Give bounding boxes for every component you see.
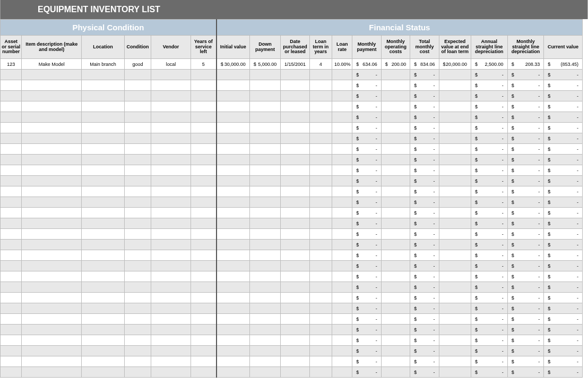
empty-cell[interactable]	[309, 240, 332, 250]
money-cell[interactable]: $-	[352, 367, 381, 378]
empty-cell[interactable]	[249, 356, 280, 367]
empty-cell[interactable]	[82, 346, 125, 356]
empty-cell[interactable]	[332, 155, 352, 165]
empty-cell[interactable]	[381, 250, 410, 261]
empty-cell[interactable]	[381, 144, 410, 155]
empty-cell[interactable]	[249, 123, 280, 133]
empty-cell[interactable]	[309, 176, 332, 186]
money-cell[interactable]: $-	[410, 303, 439, 314]
money-cell[interactable]: $-	[471, 218, 508, 229]
money-cell[interactable]: $-	[471, 197, 508, 208]
money-cell[interactable]: $200.00	[381, 59, 410, 70]
empty-cell[interactable]	[124, 186, 151, 197]
empty-cell[interactable]	[151, 112, 191, 123]
empty-cell[interactable]	[124, 367, 151, 378]
empty-cell[interactable]	[1, 314, 22, 325]
empty-cell[interactable]	[281, 356, 309, 367]
empty-cell[interactable]	[381, 271, 410, 282]
empty-cell[interactable]	[309, 325, 332, 335]
empty-cell[interactable]	[381, 303, 410, 314]
empty-cell[interactable]	[249, 176, 280, 186]
empty-cell[interactable]	[22, 155, 82, 165]
cell-years[interactable]: 5	[191, 59, 216, 70]
empty-cell[interactable]	[1, 197, 22, 208]
empty-cell[interactable]	[191, 229, 216, 240]
empty-cell[interactable]	[332, 240, 352, 250]
empty-cell[interactable]	[381, 176, 410, 186]
money-cell[interactable]: $-	[471, 186, 508, 197]
empty-cell[interactable]	[249, 80, 280, 91]
money-cell[interactable]: $-	[352, 176, 381, 186]
empty-cell[interactable]	[191, 261, 216, 271]
empty-cell[interactable]	[124, 197, 151, 208]
empty-cell[interactable]	[439, 303, 471, 314]
empty-cell[interactable]	[249, 240, 280, 250]
empty-cell[interactable]	[191, 165, 216, 176]
empty-cell[interactable]	[439, 165, 471, 176]
money-cell[interactable]: $-	[471, 229, 508, 240]
money-cell[interactable]: $-	[352, 112, 381, 123]
empty-cell[interactable]	[439, 208, 471, 218]
empty-cell[interactable]	[309, 80, 332, 91]
empty-cell[interactable]	[439, 314, 471, 325]
empty-cell[interactable]	[1, 176, 22, 186]
money-cell[interactable]: $-	[544, 261, 583, 271]
empty-cell[interactable]	[1, 208, 22, 218]
empty-cell[interactable]	[381, 208, 410, 218]
empty-cell[interactable]	[1, 218, 22, 229]
empty-cell[interactable]	[309, 101, 332, 112]
empty-cell[interactable]	[124, 80, 151, 91]
empty-cell[interactable]	[124, 70, 151, 80]
empty-cell[interactable]	[332, 112, 352, 123]
empty-cell[interactable]	[217, 261, 250, 271]
empty-cell[interactable]	[309, 165, 332, 176]
empty-cell[interactable]	[281, 250, 309, 261]
empty-cell[interactable]	[191, 367, 216, 378]
empty-cell[interactable]	[381, 123, 410, 133]
empty-cell[interactable]	[281, 80, 309, 91]
money-cell[interactable]: $-	[410, 91, 439, 101]
empty-cell[interactable]	[151, 293, 191, 303]
money-cell[interactable]: $-	[471, 346, 508, 356]
empty-cell[interactable]	[381, 101, 410, 112]
money-cell[interactable]: $-	[471, 282, 508, 293]
empty-cell[interactable]	[22, 91, 82, 101]
empty-cell[interactable]	[309, 229, 332, 240]
money-cell[interactable]: $-	[352, 91, 381, 101]
money-cell[interactable]: $-	[544, 271, 583, 282]
empty-cell[interactable]	[124, 229, 151, 240]
empty-cell[interactable]	[249, 250, 280, 261]
empty-cell[interactable]	[151, 229, 191, 240]
money-cell[interactable]: $-	[471, 165, 508, 176]
money-cell[interactable]: $-	[507, 367, 544, 378]
empty-cell[interactable]	[151, 91, 191, 101]
money-cell[interactable]: $-	[410, 112, 439, 123]
empty-cell[interactable]	[1, 325, 22, 335]
empty-cell[interactable]	[82, 176, 125, 186]
empty-cell[interactable]	[217, 101, 250, 112]
empty-cell[interactable]	[217, 112, 250, 123]
empty-cell[interactable]	[332, 197, 352, 208]
empty-cell[interactable]	[124, 123, 151, 133]
empty-cell[interactable]	[217, 80, 250, 91]
empty-cell[interactable]	[381, 293, 410, 303]
empty-cell[interactable]	[22, 356, 82, 367]
empty-cell[interactable]	[82, 218, 125, 229]
empty-cell[interactable]	[1, 101, 22, 112]
money-cell[interactable]: $-	[410, 282, 439, 293]
money-cell[interactable]: $-	[544, 165, 583, 176]
money-cell[interactable]: $-	[352, 314, 381, 325]
money-cell[interactable]: $-	[352, 325, 381, 335]
empty-cell[interactable]	[82, 303, 125, 314]
empty-cell[interactable]	[309, 303, 332, 314]
empty-cell[interactable]	[309, 293, 332, 303]
money-cell[interactable]: $20,000.00	[439, 59, 471, 70]
money-cell[interactable]: $-	[352, 229, 381, 240]
empty-cell[interactable]	[22, 293, 82, 303]
money-cell[interactable]: $-	[410, 314, 439, 325]
cell-location[interactable]: Main branch	[82, 59, 125, 70]
empty-cell[interactable]	[151, 155, 191, 165]
money-cell[interactable]: $-	[507, 229, 544, 240]
empty-cell[interactable]	[191, 346, 216, 356]
money-cell[interactable]: $-	[410, 176, 439, 186]
